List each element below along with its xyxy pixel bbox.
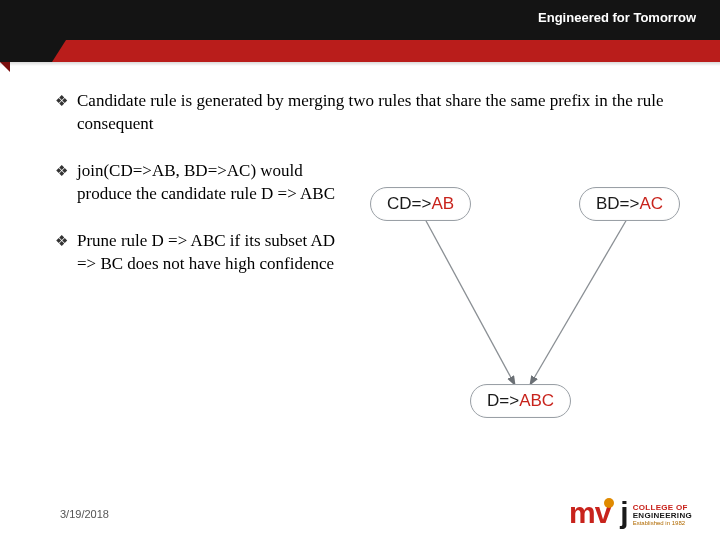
bullet-1: ❖ Candidate rule is generated by merging… bbox=[55, 90, 690, 136]
logo-text: COLLEGE OF ENGINEERING Established in 19… bbox=[633, 504, 692, 526]
logo-line2: ENGINEERING bbox=[633, 512, 692, 520]
node-bottom-rhs: ABC bbox=[519, 391, 554, 410]
header-accent-cut bbox=[52, 40, 66, 62]
college-logo: mv j COLLEGE OF ENGINEERING Established … bbox=[569, 499, 692, 526]
logo-dot-icon bbox=[604, 498, 614, 508]
logo-j: j bbox=[620, 499, 628, 526]
node-bottom-lhs: D=> bbox=[487, 391, 519, 410]
node-left-rhs: AB bbox=[431, 194, 454, 213]
node-right-rhs: AC bbox=[639, 194, 663, 213]
diagram-node-right: BD=>AC bbox=[579, 187, 680, 221]
diamond-bullet-icon: ❖ bbox=[55, 90, 77, 113]
header-accent-fill bbox=[0, 40, 52, 62]
node-right-lhs: BD=> bbox=[596, 194, 639, 213]
bullet-3-text: Prune rule D => ABC if its subset AD => … bbox=[77, 230, 357, 276]
node-left-lhs: CD=> bbox=[387, 194, 431, 213]
diamond-bullet-icon: ❖ bbox=[55, 160, 77, 183]
footer-date: 3/19/2018 bbox=[60, 508, 109, 520]
logo-est: Established in 1982 bbox=[633, 520, 692, 526]
diagram-node-left: CD=>AB bbox=[370, 187, 471, 221]
header-shadow bbox=[0, 62, 720, 66]
diamond-bullet-icon: ❖ bbox=[55, 230, 77, 253]
rule-merge-diagram: CD=>AB BD=>AC D=>ABC bbox=[365, 185, 685, 420]
bullet-2-text: join(CD=>AB, BD=>AC) would produce the c… bbox=[77, 160, 357, 206]
svg-line-1 bbox=[530, 219, 627, 385]
svg-line-0 bbox=[425, 219, 515, 385]
header-red-stripe bbox=[0, 40, 720, 62]
header-tagline: Engineered for Tomorrow bbox=[538, 10, 696, 25]
diagram-node-bottom: D=>ABC bbox=[470, 384, 571, 418]
header-accent-tri bbox=[0, 62, 10, 72]
bullet-1-text: Candidate rule is generated by merging t… bbox=[77, 90, 690, 136]
header-bar: Engineered for Tomorrow bbox=[0, 0, 720, 40]
